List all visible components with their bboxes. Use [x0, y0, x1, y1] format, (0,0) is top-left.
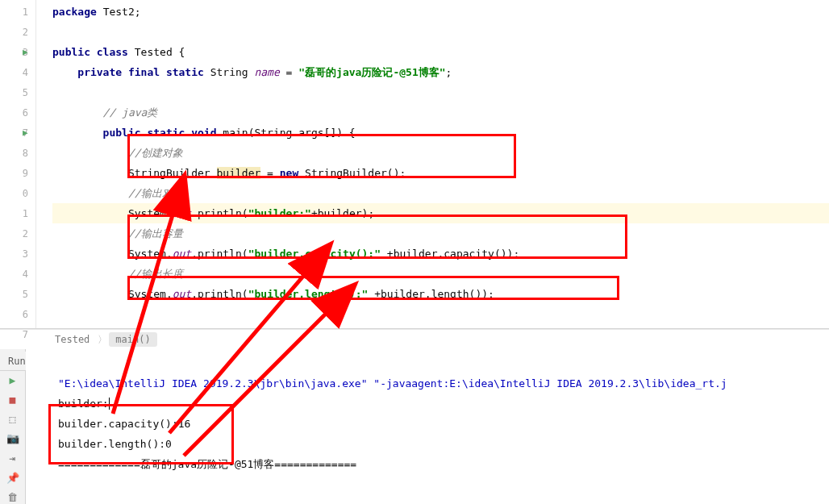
line-number: 4: [23, 269, 33, 280]
code-text: +builder);: [311, 207, 374, 219]
keyword: package: [52, 6, 103, 18]
comment: //输出容量: [52, 227, 183, 241]
console-line: builder:: [58, 398, 109, 410]
code-text: +builder.length());: [368, 288, 494, 300]
code-text: .println(: [191, 288, 248, 300]
console-line: builder.capacity():16: [58, 414, 829, 434]
code-text: StringBuilder();: [305, 167, 406, 179]
comment: //输出长度: [52, 267, 183, 281]
editor-area: 1 2 3▶ 4 5 6 7▶ 8 9 0 1 2 3 4 5 6 7 pack…: [0, 0, 829, 329]
run-toolbar: ▶ ■ ⬚ 📷 ⇥ 📌 🗑: [0, 349, 26, 504]
code-text: .println(: [191, 248, 248, 260]
code-text: StringBuilder: [52, 167, 217, 179]
code-text: Tested {: [135, 46, 185, 58]
line-number: 2: [23, 27, 33, 38]
field-name: name: [254, 66, 279, 78]
keyword: new: [280, 167, 305, 179]
layout-button[interactable]: ⬚: [5, 413, 21, 426]
keyword: public static void: [52, 127, 223, 139]
code-text: String: [210, 66, 255, 78]
gutter: 1 2 3▶ 4 5 6 7▶ 8 9 0 1 2 3 4 5 6 7: [0, 0, 36, 328]
code-text: =: [260, 167, 279, 179]
code-text: main(String args[]) {: [223, 127, 355, 139]
string-literal: "磊哥的java历险记-@51博客": [298, 65, 445, 80]
code-text: System.: [52, 288, 173, 300]
string-literal: "builder:": [248, 207, 311, 219]
line-number: 1: [23, 208, 33, 219]
field-name: out: [173, 207, 191, 219]
run-gutter-icon[interactable]: ▶: [23, 47, 28, 57]
line-number: 2: [23, 228, 33, 240]
line-number: 8: [23, 148, 33, 159]
comment: //输出对象: [52, 186, 183, 201]
console-output[interactable]: "E:\idea\IntelliJ IDEA 2019.2.3\jbr\bin\…: [26, 349, 829, 504]
line-number: 3: [23, 248, 33, 260]
line-number: 9: [23, 168, 33, 179]
exit-button[interactable]: ⇥: [5, 452, 21, 464]
code-editor[interactable]: package Test2; public class Tested { pri…: [36, 0, 829, 328]
field-name: out: [173, 248, 191, 260]
console-command: "E:\idea\IntelliJ IDEA 2019.2.3\jbr\bin\…: [58, 373, 829, 394]
line-number: 6: [23, 107, 33, 119]
keyword: public class: [52, 46, 135, 58]
code-text: System.: [52, 248, 173, 260]
code-text: ;: [446, 66, 452, 78]
string-literal: "builder.length():": [248, 288, 369, 300]
trash-icon[interactable]: 🗑: [5, 491, 21, 504]
pin-button[interactable]: 📌: [5, 471, 21, 484]
cursor: [109, 398, 110, 410]
string-literal: "builder.capacity():": [248, 248, 381, 260]
keyword: private final static: [52, 66, 210, 78]
line-number: 1: [23, 6, 33, 18]
line-number: 6: [23, 309, 33, 320]
comment: // java类: [52, 106, 157, 120]
line-number: 4: [23, 67, 33, 78]
run-panel: ▶ ■ ⬚ 📷 ⇥ 📌 🗑 "E:\idea\IntelliJ IDEA 201…: [0, 349, 829, 504]
line-number: 5: [23, 289, 33, 300]
console-line: builder.length():0: [58, 434, 829, 454]
run-gutter-icon[interactable]: ▶: [23, 127, 28, 138]
code-text: .println(: [191, 207, 248, 219]
console-line: =============磊哥的java历险记-@51博客===========…: [58, 454, 829, 474]
code-text: Test2;: [103, 6, 141, 18]
line-number: 0: [23, 188, 33, 199]
line-number: 5: [23, 87, 33, 98]
line-number: 7: [23, 329, 33, 340]
camera-icon[interactable]: 📷: [5, 432, 21, 445]
rerun-button[interactable]: ▶: [5, 373, 21, 386]
field-name: out: [173, 288, 191, 300]
variable-warn: builder: [217, 167, 261, 179]
code-text: System.: [52, 207, 173, 219]
code-text: +builder.capacity());: [381, 248, 519, 260]
comment: //创建对象: [52, 146, 183, 160]
stop-button[interactable]: ■: [5, 393, 21, 406]
code-text: =: [280, 66, 298, 78]
